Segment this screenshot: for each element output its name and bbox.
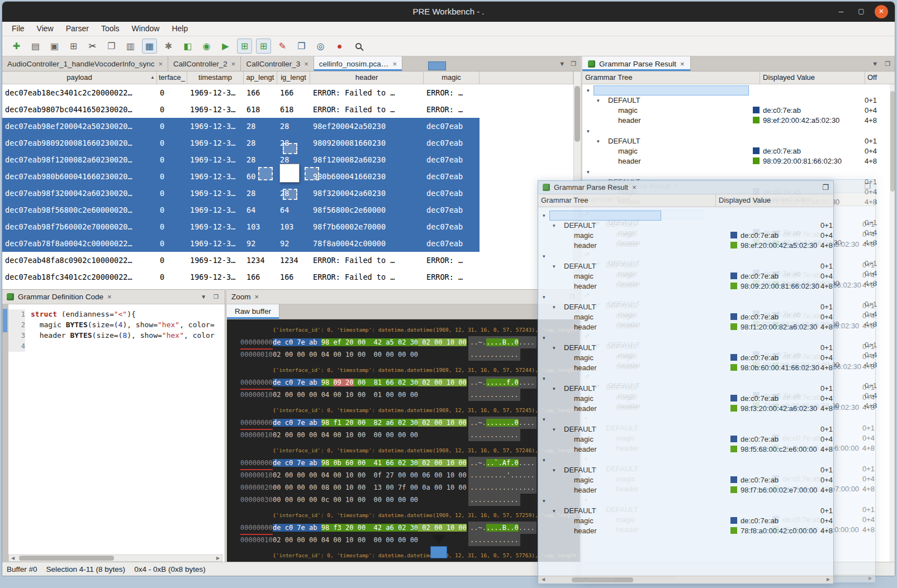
tree-row-header[interactable]: header98:f5:68:00:c2:e6:00:004+8 [538, 444, 833, 455]
detach-panel-icon[interactable]: ❐ [864, 182, 871, 190]
tree-row-header[interactable]: header98:09:20:00:81:66:02:304+8 [582, 156, 895, 166]
tree-row-magic[interactable]: magicde:c0:7e:ab0+4 [538, 394, 833, 404]
column-header-timestamp[interactable]: timestamp [187, 71, 244, 84]
expander-icon[interactable]: ▾ [543, 211, 545, 221]
tree-row-magic[interactable]: magicde:c0:7e:ab0+4 [538, 353, 833, 363]
tree-row-header[interactable]: header78:f8:a0:00:42:c0:00:004+8 [538, 526, 833, 536]
parse-tree[interactable]: ▾▾DEFAULT0+1magicde:c0:7e:ab0+4header98:… [538, 207, 833, 576]
tree-row-header[interactable]: header98:ef:20:00:42:a5:02:304+8 [582, 116, 895, 126]
tree-row-magic[interactable]: magicde:c0:7e:ab0+4 [538, 271, 833, 281]
tree-row-magic[interactable]: magicde:c0:7e:ab0+4 [538, 516, 833, 526]
tree-row-struct[interactable]: ▾DEFAULT0+1 [582, 95, 895, 106]
parse-all-button[interactable]: ⊞ [256, 39, 271, 54]
table-row[interactable]: dec07eab98f1200082a60230020…01969-12-3…2… [2, 151, 480, 168]
hex-line[interactable]: 00000000de c0 7e ab 98 09 20 00 81 66 02… [227, 376, 581, 389]
parse-buffer-button[interactable]: ⊞ [237, 39, 252, 54]
paste-button[interactable]: ▤ [28, 39, 43, 54]
annotate-button[interactable]: ✎ [275, 39, 290, 54]
table-row[interactable]: dec07eab78f8a00042c00000022…01969-12-3…9… [2, 235, 480, 252]
hex-line[interactable]: 00000000de c0 7e ab 98 ef 20 00 42 a5 02… [227, 336, 581, 348]
expander-icon[interactable]: ▾ [597, 136, 600, 146]
tree-row-packet[interactable]: ▾ [538, 292, 833, 302]
tab-raw-buffer[interactable]: Raw buffer [227, 304, 279, 319]
search-button[interactable] [351, 39, 366, 54]
menu-window[interactable]: Window [126, 22, 166, 36]
scrollbar-thumb[interactable] [19, 556, 114, 561]
tree-row-magic[interactable]: magicde:c0:7e:ab0+4 [538, 312, 833, 322]
expander-icon[interactable]: ▾ [543, 455, 545, 465]
tree-row-magic[interactable]: magicde:c0:7e:ab0+4 [538, 475, 833, 485]
hex-line[interactable]: 00000000de c0 7e ab 98 f1 20 00 82 a6 02… [227, 417, 581, 429]
close-icon[interactable]: × [304, 60, 309, 68]
expander-icon[interactable]: ▾ [553, 506, 556, 516]
tab-0[interactable]: AudioController_1_handleVocoderInfo_sync… [2, 56, 168, 71]
hex-line[interactable]: 0000001002 00 00 00 04 00 10 00 00 00 00… [227, 348, 581, 361]
expander-icon[interactable]: ▾ [597, 95, 600, 106]
minimize-button[interactable]: – [834, 5, 848, 18]
scrollbar-thumb[interactable] [890, 91, 895, 192]
column-header-ig_lengt[interactable]: ig_lengt [277, 71, 310, 84]
tree-row-packet[interactable]: ▾ [538, 211, 833, 221]
inspector-button[interactable]: ◎ [313, 39, 328, 54]
tab-3[interactable]: cellinfo_nosim.pca…× [314, 56, 402, 71]
table-row[interactable]: dec07eab9809200081660230020…01969-12-3…2… [2, 135, 480, 151]
export-image-button[interactable]: ◧ [180, 39, 195, 54]
tree-row-packet[interactable]: ▾ [582, 167, 895, 177]
code-editor[interactable]: 1struct (endianness="<"){2 magic BYTES(s… [8, 309, 225, 554]
tree-row-packet[interactable]: ▾ [538, 414, 833, 424]
hex-line[interactable]: 00000000de c0 7e ab 98 f3 20 00 42 a6 02… [227, 522, 581, 534]
column-header-terface_[interactable]: terface_ [157, 71, 187, 84]
menu-parser[interactable]: Parser [60, 22, 95, 36]
debug-grammar-button[interactable]: ◉ [199, 39, 214, 54]
expander-icon[interactable]: ▾ [553, 221, 556, 231]
table-row[interactable]: dec07eab18fc3401c2c20000022…01969-12-3…1… [2, 269, 480, 285]
tree-row-header[interactable]: header98:ef:20:00:42:a5:02:304+8 [538, 241, 833, 251]
tree-row-struct[interactable]: ▾DEFAULT0+1 [538, 424, 833, 434]
save-all-button[interactable]: ⊞ [66, 39, 81, 54]
close-icon[interactable]: × [158, 60, 163, 68]
menu-tools[interactable]: Tools [95, 22, 126, 36]
tree-row-packet[interactable]: ▾ [538, 333, 833, 343]
column-header-ap_lengt[interactable]: ap_lengt [244, 71, 277, 84]
detach-panel-icon[interactable]: ❐ [571, 60, 576, 68]
column-header-header[interactable]: header [310, 71, 424, 84]
tree-row-header[interactable]: header98:f1:20:00:82:a6:02:304+8 [538, 322, 833, 332]
expander-icon[interactable]: ▾ [543, 374, 545, 384]
expander-icon[interactable]: ▾ [553, 302, 556, 312]
column-header-2[interactable]: Off [865, 71, 877, 84]
expander-icon[interactable]: ▾ [587, 85, 590, 95]
hex-line[interactable]: 0000001002 00 00 00 04 00 10 00 00 00 00… [227, 534, 581, 546]
table-row[interactable]: dec07eab9807bc0441650230020…01969-12-3…6… [2, 101, 480, 118]
maximize-button[interactable]: ▢ [855, 5, 868, 18]
scroll-left-icon[interactable]: ◀ [539, 577, 547, 582]
scroll-right-icon[interactable]: ▶ [824, 577, 832, 582]
expander-icon[interactable]: ▾ [543, 292, 545, 302]
tree-row-struct[interactable]: ▾DEFAULT0+1 [538, 506, 833, 516]
tree-row-struct[interactable]: ▾DEFAULT0+1 [538, 221, 833, 231]
menu-file[interactable]: File [6, 22, 31, 36]
tree-row-magic[interactable]: magicde:c0:7e:ab0+4 [538, 434, 833, 444]
table-row[interactable]: dec07eab48fa8c0902c10000022…01969-12-3…1… [2, 252, 480, 269]
detach-panel-icon[interactable]: ❐ [885, 60, 890, 68]
tree-row-struct[interactable]: ▾DEFAULT0+1 [538, 384, 833, 394]
code-overview-strip[interactable] [2, 304, 8, 563]
detach-panel-icon[interactable]: ❐ [212, 294, 220, 300]
expander-icon[interactable]: ▾ [543, 251, 545, 261]
table-row[interactable]: dec07eab98f56800c2e60000020…01969-12-3…6… [2, 202, 480, 218]
run-user-button[interactable]: ✱ [161, 39, 176, 54]
menu-view[interactable]: View [31, 22, 60, 36]
menu-help[interactable]: Help [165, 22, 194, 36]
tree-row-struct[interactable]: ▾DEFAULT0+1 [582, 136, 895, 146]
column-header-magic[interactable]: magic [424, 71, 480, 84]
tree-row-magic[interactable]: magicde:c0:7e:ab0+4 [582, 146, 895, 156]
tree-row-packet[interactable]: ▾ [538, 455, 833, 465]
save-button[interactable]: ▣ [47, 39, 62, 54]
grammar-definition-titlebar[interactable]: Grammar Definition Code × ▼ ❐ [2, 290, 225, 304]
table-row[interactable]: dec07eab980b600041660230020…01969-12-3…6… [2, 168, 480, 185]
table-row[interactable]: dec07eab98ef200042a50230020…01969-12-3…2… [2, 118, 480, 135]
close-icon[interactable]: × [680, 60, 685, 68]
new-window-button[interactable]: ❐ [294, 39, 309, 54]
tree-row-magic[interactable]: magicde:c0:7e:ab0+4 [582, 106, 895, 116]
parse-tree-scrollbar[interactable] [890, 84, 895, 563]
new-grammar-button[interactable]: ✚ [9, 39, 24, 54]
